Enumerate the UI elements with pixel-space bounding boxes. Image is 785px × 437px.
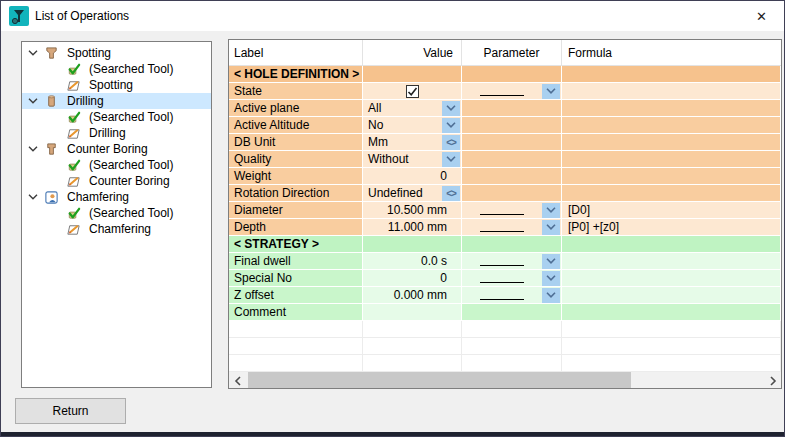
value-text[interactable]: Mm (363, 135, 388, 149)
row-label: Comment (229, 305, 286, 319)
dropdown-button[interactable] (542, 271, 560, 286)
dropdown-button[interactable] (542, 254, 560, 269)
formula-cell[interactable] (562, 287, 781, 304)
tree-item-chamfering-searched-tool[interactable]: (Searched Tool) (22, 205, 211, 221)
chevron-down-icon[interactable] (28, 98, 44, 104)
value-cell[interactable]: All (363, 100, 462, 117)
tree-item-label: Spotting (86, 78, 136, 92)
parameter-underline-field[interactable] (480, 273, 524, 283)
value-cell[interactable]: 0 (363, 270, 462, 287)
parameter-underline-field[interactable] (480, 86, 524, 96)
value-text[interactable]: Without (363, 152, 409, 166)
label-cell: Final dwell (229, 253, 363, 270)
tree-item-spotting-searched-tool[interactable]: (Searched Tool) (22, 61, 211, 77)
value-text[interactable]: 0.0 s (416, 254, 461, 268)
empty-cell (363, 355, 462, 372)
dropdown-button[interactable] (542, 84, 560, 99)
scroll-right-icon[interactable] (764, 372, 781, 389)
value-cell[interactable]: Mm<> (363, 134, 462, 151)
value-cell[interactable]: 0.000 mm (363, 287, 462, 304)
value-text[interactable]: No (363, 118, 383, 132)
row-label: Active Altitude (229, 118, 309, 132)
scrollbar-track[interactable] (246, 372, 764, 389)
window-title: List of Operations (35, 1, 129, 31)
tree-item-counter-boring-searched-tool[interactable]: (Searched Tool) (22, 157, 211, 173)
tree-item-spotting[interactable]: Spotting (22, 45, 211, 61)
return-button[interactable]: Return (15, 398, 126, 424)
tree-item-counter-boring-counter-boring[interactable]: Counter Boring (22, 173, 211, 189)
tree-item-chamfering[interactable]: Chamfering (22, 189, 211, 205)
searched-tool-icon (66, 157, 84, 173)
row-label: Depth (229, 220, 266, 234)
value-cell[interactable]: Undefined<> (363, 185, 462, 202)
chevron-down-icon[interactable] (28, 50, 44, 56)
table-header-row: Label Value Parameter Formula (229, 40, 781, 66)
value-cell[interactable] (363, 304, 462, 321)
parameter-cell[interactable] (462, 270, 562, 287)
row-label: Weight (229, 169, 271, 183)
tree-item-label: (Searched Tool) (86, 206, 177, 220)
formula-cell[interactable]: [P0] +[z0] (562, 219, 781, 236)
formula-cell[interactable]: [D0] (562, 202, 781, 219)
formula-cell (562, 168, 781, 185)
row-label: < STRATEGY > (229, 237, 319, 251)
formula-cell[interactable] (562, 253, 781, 270)
parameter-cell[interactable] (462, 83, 562, 100)
empty-cell (562, 355, 781, 372)
table-row-rotation-direction: Rotation DirectionUndefined<> (229, 185, 781, 202)
spinner-button[interactable]: <> (442, 186, 460, 201)
tree-item-chamfering-chamfering[interactable]: Chamfering (22, 221, 211, 237)
value-text[interactable]: Undefined (363, 186, 423, 200)
parameter-cell[interactable] (462, 287, 562, 304)
scroll-left-icon[interactable] (229, 372, 246, 389)
empty-cell (462, 338, 562, 355)
chevron-down-icon[interactable] (28, 194, 44, 200)
parameter-cell[interactable] (462, 253, 562, 270)
parameter-field-wrap (462, 290, 542, 300)
value-cell[interactable]: Without (363, 151, 462, 168)
chevron-down-icon[interactable] (28, 146, 44, 152)
tree-item-drilling[interactable]: Drilling (22, 93, 211, 109)
horizontal-scrollbar[interactable] (229, 372, 781, 389)
spotting-tool-icon (44, 45, 62, 61)
scrollbar-thumb[interactable] (248, 372, 631, 389)
dropdown-button[interactable] (542, 220, 560, 235)
tree-item-drilling-drilling[interactable]: Drilling (22, 125, 211, 141)
dropdown-button[interactable] (442, 101, 460, 116)
empty-cell (562, 321, 781, 338)
value-text[interactable]: All (363, 101, 381, 115)
value-cell[interactable]: No (363, 117, 462, 134)
parameter-underline-field[interactable] (480, 205, 524, 215)
tree-item-label: Spotting (64, 46, 114, 60)
dropdown-button[interactable] (542, 288, 560, 303)
close-button[interactable]: ✕ (739, 1, 784, 31)
dropdown-button[interactable] (542, 203, 560, 218)
formula-cell[interactable] (562, 270, 781, 287)
tree-item-drilling-searched-tool[interactable]: (Searched Tool) (22, 109, 211, 125)
tree-item-spotting-spotting[interactable]: Spotting (22, 77, 211, 93)
dropdown-button[interactable] (442, 152, 460, 167)
value-cell[interactable]: 0 (363, 168, 462, 185)
value-text[interactable]: 0.000 mm (389, 288, 461, 302)
value-text[interactable]: 10.500 mm (382, 203, 461, 217)
value-cell[interactable] (363, 83, 462, 100)
value-text[interactable]: 0 (435, 271, 461, 285)
label-cell: Z offset (229, 287, 363, 304)
row-label: Special No (229, 271, 292, 285)
parameter-underline-field[interactable] (480, 222, 524, 232)
spinner-button[interactable]: <> (442, 135, 460, 150)
parameter-cell[interactable] (462, 202, 562, 219)
value-cell[interactable]: 11.000 mm (363, 219, 462, 236)
state-checkbox[interactable] (406, 85, 419, 98)
tree-item-counter-boring[interactable]: Counter Boring (22, 141, 211, 157)
parameter-underline-field[interactable] (480, 256, 524, 266)
value-text[interactable]: 11.000 mm (383, 220, 461, 234)
parameter-cell[interactable] (462, 219, 562, 236)
tree-item-label: (Searched Tool) (86, 62, 177, 76)
formula-cell[interactable] (562, 83, 781, 100)
value-cell[interactable]: 0.0 s (363, 253, 462, 270)
value-cell[interactable]: 10.500 mm (363, 202, 462, 219)
value-text[interactable]: 0 (435, 169, 461, 183)
parameter-underline-field[interactable] (480, 290, 524, 300)
dropdown-button[interactable] (442, 118, 460, 133)
